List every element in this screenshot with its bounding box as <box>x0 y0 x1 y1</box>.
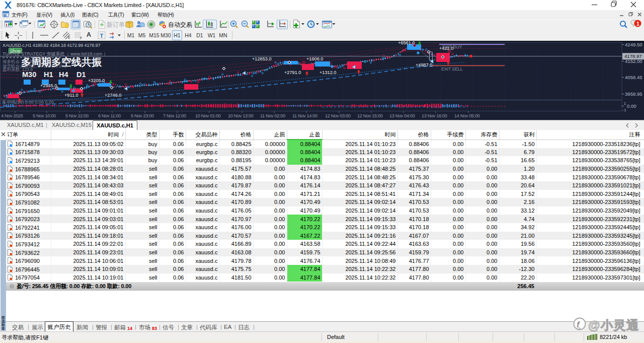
svg-text:M30: M30 <box>22 71 36 79</box>
svg-text:+1312.0: +1312.0 <box>319 70 336 75</box>
svg-text:0.00: 0.00 <box>627 103 636 109</box>
svg-text:5 Nov 10:00: 5 Nov 10:00 <box>33 113 56 118</box>
svg-text:12 Nov 15:00: 12 Nov 15:00 <box>357 113 383 118</box>
svg-text:4249.50: 4249.50 <box>625 42 642 47</box>
svg-text:11 Nov 14:00: 11 Nov 14:00 <box>292 113 317 118</box>
svg-text:+4987.0: +4987.0 <box>416 62 432 67</box>
svg-text:14 Nov 05:00: 14 Nov 05:00 <box>454 113 480 118</box>
svg-text:5 Nov 22:00: 5 Nov 22:00 <box>65 113 89 118</box>
svg-text:+12853.0: +12853.0 <box>252 56 272 61</box>
svg-text:+3205.0: +3205.0 <box>88 78 105 83</box>
svg-text:13 Nov 04:00: 13 Nov 04:00 <box>389 113 415 118</box>
svg-text:XAUUSD.c,H1 4180.82 4184.18 4: XAUUSD.c,H1 4180.82 4184.18 4172.99 4178… <box>3 43 100 48</box>
svg-text:11 Nov 02:00: 11 Nov 02:00 <box>260 113 285 118</box>
svg-text:E: E <box>68 36 70 39</box>
svg-text:1: 1 <box>624 101 626 106</box>
svg-text:7 Nov 12:00: 7 Nov 12:00 <box>163 113 186 118</box>
svg-text:T: T <box>100 33 104 39</box>
svg-text:EXIT BUY: EXIT BUY <box>442 44 462 49</box>
svg-text:EXIT SELL: EXIT SELL <box>441 66 463 72</box>
svg-text:D1: D1 <box>76 71 86 79</box>
svg-text:TURTLE STRATEGY 突破系统（ www.ts0: TURTLE STRATEGY 突破系统（ www.ts018.com ） <box>3 51 108 56</box>
svg-text:+1608.0: +1608.0 <box>306 56 323 61</box>
svg-text:10 Nov 01:00: 10 Nov 01:00 <box>195 113 221 118</box>
svg-text:+2791.0: +2791.0 <box>284 70 301 75</box>
svg-text:+2945.0: +2945.0 <box>40 83 57 88</box>
svg-text:12 Nov 03:00: 12 Nov 03:00 <box>325 113 351 118</box>
svg-text:H4: H4 <box>59 71 68 79</box>
svg-text:M: M <box>4 14 7 17</box>
svg-text:F: F <box>80 36 82 40</box>
svg-text:多空线(14) 0.00 0.06 0.00: 多空线(14) 0.00 0.06 0.00 <box>2 100 54 105</box>
svg-text:+911.0: +911.0 <box>64 93 78 98</box>
svg-text:+2746.0: +2746.0 <box>105 93 121 98</box>
svg-text:6 Nov 23:00: 6 Nov 23:00 <box>131 113 154 118</box>
svg-text:-1: -1 <box>623 108 626 112</box>
svg-text:4178.97: 4178.97 <box>624 53 642 59</box>
svg-text:13 Nov 16:00: 13 Nov 16:00 <box>422 113 447 118</box>
svg-text:H1: H1 <box>44 71 53 79</box>
svg-text:3958.95: 3958.95 <box>625 91 642 97</box>
svg-text:+6561.0: +6561.0 <box>398 41 415 45</box>
svg-text:10 Nov 13:00: 10 Nov 13:00 <box>228 113 254 118</box>
svg-text:4 Nov 2025: 4 Nov 2025 <box>1 113 23 118</box>
svg-text:4056.45: 4056.45 <box>625 75 642 80</box>
svg-text:多周期多空线共振: 多周期多空线共振 <box>21 56 102 67</box>
svg-text:6 Nov 11:00: 6 Nov 11:00 <box>98 113 121 118</box>
svg-text:1: 1 <box>636 21 639 27</box>
